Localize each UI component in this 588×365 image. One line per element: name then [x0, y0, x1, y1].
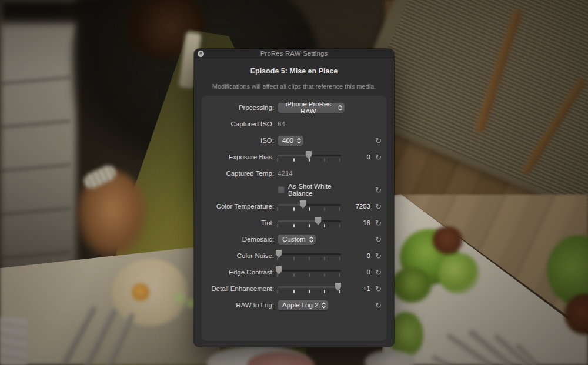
reset-button[interactable]: ↺ [375, 302, 382, 309]
exposure-bias-slider[interactable] [278, 151, 341, 163]
processing-popup[interactable]: iPhone ProRes RAW [278, 103, 345, 113]
popup-chevrons-icon [309, 236, 313, 243]
color-temperature-value: 7253 [345, 203, 370, 210]
row-demosaic: Demosaic: Custom ↺ [202, 231, 386, 247]
row-label: ISO: [202, 137, 274, 144]
row-label: Color Noise: [202, 252, 274, 259]
row-as-shot-white-balance: As-Shot White Balance ↺ [202, 182, 386, 198]
detail-enhancement-value: +1 [345, 285, 370, 292]
color-noise-slider[interactable] [278, 250, 341, 262]
demosaic-popup[interactable]: Custom [278, 235, 316, 245]
popup-chevrons-icon [322, 302, 326, 309]
close-icon: ✕ [199, 51, 202, 56]
row-edge-contrast: Edge Contrast: 0 ↺ [202, 264, 386, 280]
as-shot-white-balance-checkbox[interactable] [278, 186, 285, 193]
popup-value: Custom [282, 236, 306, 243]
window-titlebar[interactable]: ✕ ProRes RAW Settings [194, 49, 394, 58]
slider-thumb[interactable] [305, 151, 312, 159]
exposure-bias-value: 0 [345, 153, 370, 160]
popup-chevrons-icon [338, 105, 342, 111]
row-color-noise: Color Noise: 0 ↺ [202, 247, 386, 264]
row-label: Exposure Bias: [202, 153, 274, 160]
slider-thumb[interactable] [300, 200, 306, 209]
popup-chevrons-icon [297, 138, 301, 144]
row-label: Color Temperature: [202, 203, 274, 210]
color-noise-value: 0 [345, 252, 370, 259]
row-color-temperature: Color Temperature: 7253 ↺ [202, 198, 386, 215]
captured-iso-value: 64 [278, 120, 285, 128]
media-title: Episode 5: Mise en Place [194, 67, 394, 75]
edge-contrast-slider[interactable] [278, 266, 341, 278]
reset-button[interactable]: ↺ [375, 219, 382, 227]
row-label: Captured Temp: [202, 170, 274, 177]
row-tint: Tint: 16 ↺ [202, 215, 386, 231]
row-label: Demosaic: [202, 236, 274, 243]
row-iso: ISO: 400 ↺ [202, 132, 386, 149]
popup-value: Apple Log 2 [282, 302, 318, 309]
reset-button[interactable]: ↺ [375, 252, 382, 260]
reset-button[interactable]: ↺ [375, 285, 382, 293]
row-captured-iso: Captured ISO: 64 [202, 116, 386, 132]
tint-slider[interactable] [278, 217, 341, 229]
detail-enhancement-slider[interactable] [278, 283, 341, 294]
checkbox-label: As-Shot White Balance [288, 183, 345, 197]
row-raw-to-log: RAW to Log: Apple Log 2 ↺ [202, 297, 386, 313]
settings-panel: Processing: iPhone ProRes RAW Captured I… [202, 96, 386, 341]
reset-button[interactable]: ↺ [375, 269, 382, 276]
row-captured-temp: Captured Temp: 4214 [202, 165, 386, 182]
row-label: Tint: [202, 219, 274, 226]
tint-value: 16 [345, 219, 370, 226]
row-label: Detail Enhancement: [202, 285, 274, 292]
row-label: Processing: [202, 104, 274, 111]
prores-raw-settings-window: ✕ ProRes RAW Settings Episode 5: Mise en… [194, 49, 394, 347]
color-temperature-slider[interactable] [278, 200, 341, 212]
window-title: ProRes RAW Settings [260, 50, 328, 57]
iso-popup[interactable]: 400 [278, 136, 303, 146]
row-label: Edge Contrast: [202, 269, 274, 276]
reset-button[interactable]: ↺ [375, 137, 382, 145]
row-label: Captured ISO: [202, 120, 274, 128]
row-detail-enhancement: Detail Enhancement: +1 ↺ [202, 280, 386, 297]
row-processing: Processing: iPhone ProRes RAW [202, 99, 386, 116]
row-exposure-bias: Exposure Bias: 0 ↺ [202, 149, 386, 165]
slider-thumb[interactable] [315, 217, 322, 225]
reset-button[interactable]: ↺ [375, 153, 382, 161]
raw-to-log-popup[interactable]: Apple Log 2 [278, 300, 328, 310]
popup-value: 400 [282, 137, 293, 144]
edge-contrast-value: 0 [345, 269, 370, 276]
reset-button[interactable]: ↺ [375, 203, 382, 210]
popup-value: iPhone ProRes RAW [282, 101, 335, 115]
captured-temp-value: 4214 [278, 170, 293, 177]
modification-note: Modifications will affect all clips that… [194, 83, 394, 90]
row-label: RAW to Log: [202, 302, 274, 309]
reset-button[interactable]: ↺ [375, 236, 382, 243]
reset-button[interactable]: ↺ [375, 186, 382, 194]
close-button[interactable]: ✕ [198, 51, 204, 57]
